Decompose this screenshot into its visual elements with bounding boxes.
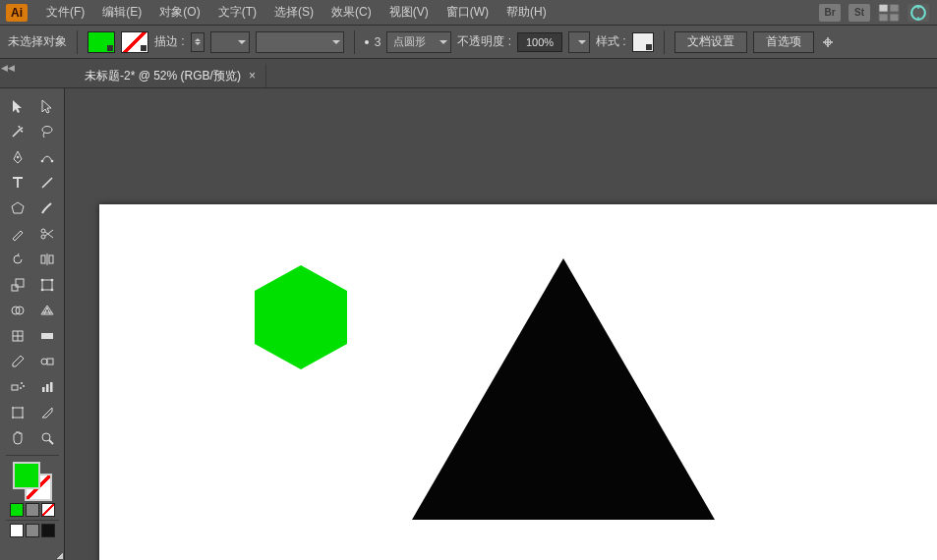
svg-rect-19 (42, 280, 52, 290)
symbol-sprayer-tool[interactable] (4, 375, 31, 399)
svg-point-23 (50, 289, 53, 292)
graphic-style-swatch[interactable] (632, 32, 654, 52)
preferences-button[interactable]: 首选项 (753, 31, 814, 53)
selection-status: 未选择对象 (8, 33, 67, 50)
hexagon-shape[interactable] (255, 265, 347, 369)
menu-window[interactable]: 窗口(W) (439, 1, 496, 24)
color-mode-gradient[interactable] (26, 503, 39, 517)
collapse-panels-icon[interactable]: ◀◀ (2, 61, 14, 75)
pen-tool[interactable] (4, 145, 31, 169)
draw-behind[interactable] (26, 524, 39, 537)
style-label: 样式 : (596, 33, 626, 50)
sync-settings-icon[interactable] (908, 4, 929, 22)
menu-edit[interactable]: 编辑(E) (95, 1, 148, 24)
app-logo: Ai (6, 4, 28, 22)
svg-rect-30 (47, 359, 53, 364)
color-mode-none[interactable] (41, 503, 55, 517)
polygon-tool[interactable] (4, 196, 31, 220)
direct-selection-tool[interactable] (33, 94, 61, 118)
stroke-label: 描边 : (154, 33, 185, 50)
svg-point-39 (42, 433, 50, 441)
column-graph-tool[interactable] (33, 375, 61, 399)
color-mode-row (10, 503, 55, 517)
svg-point-22 (40, 289, 43, 292)
menu-type[interactable]: 文字(T) (211, 1, 264, 24)
stroke-profile-dropdown[interactable] (256, 31, 344, 53)
artboard[interactable] (99, 204, 937, 560)
stroke-swatch[interactable] (121, 31, 148, 53)
svg-rect-17 (12, 285, 18, 291)
paintbrush-tool[interactable] (33, 196, 61, 220)
svg-point-9 (50, 160, 53, 163)
rotate-tool[interactable] (4, 248, 31, 271)
menu-select[interactable]: 选择(S) (267, 1, 321, 24)
pin-options-icon[interactable] (820, 34, 836, 50)
arrange-documents-icon[interactable] (878, 4, 900, 22)
artboard-tool[interactable] (4, 401, 31, 424)
curvature-tool[interactable] (33, 145, 61, 169)
svg-marker-42 (412, 258, 715, 520)
free-transform-tool[interactable] (33, 273, 61, 297)
pencil-tool[interactable] (4, 222, 31, 246)
mesh-tool[interactable] (4, 324, 31, 348)
magic-wand-tool[interactable] (4, 120, 31, 143)
svg-rect-27 (41, 333, 53, 339)
bullet-icon (365, 40, 369, 44)
lasso-tool[interactable] (33, 120, 61, 143)
hand-tool[interactable] (4, 426, 31, 450)
reflect-tool[interactable] (33, 248, 61, 271)
shape-builder-tool[interactable] (4, 299, 31, 322)
document-tab-strip: 未标题-2* @ 52% (RGB/预览) × (0, 59, 937, 88)
svg-point-13 (41, 235, 45, 239)
scissors-tool[interactable] (33, 222, 61, 246)
svg-point-33 (23, 385, 25, 387)
line-segment-tool[interactable] (33, 171, 61, 195)
close-tab-icon[interactable]: × (249, 69, 256, 83)
slice-tool[interactable] (33, 401, 61, 424)
bridge-icon[interactable]: Br (819, 4, 841, 22)
opacity-field[interactable]: 100% (517, 32, 562, 52)
svg-rect-36 (46, 384, 49, 392)
fill-swatch[interactable] (88, 31, 115, 53)
menu-effect[interactable]: 效果(C) (324, 1, 379, 24)
fill-color-proxy[interactable] (13, 462, 40, 489)
point-shape-dropdown[interactable]: 点圆形 (386, 31, 451, 53)
svg-point-34 (20, 387, 22, 389)
gradient-tool[interactable] (33, 324, 61, 348)
svg-point-21 (50, 279, 53, 282)
blend-tool[interactable] (33, 350, 61, 373)
menu-file[interactable]: 文件(F) (39, 1, 91, 24)
svg-rect-38 (13, 408, 23, 418)
menu-view[interactable]: 视图(V) (382, 1, 436, 24)
eyedropper-tool[interactable] (4, 350, 31, 373)
workspace[interactable] (65, 88, 937, 560)
stock-icon[interactable]: St (849, 4, 870, 22)
zoom-tool[interactable] (33, 426, 61, 450)
svg-rect-35 (42, 387, 45, 392)
svg-point-7 (16, 156, 18, 158)
svg-rect-2 (879, 14, 887, 21)
document-title: 未标题-2* @ 52% (RGB/预览) (85, 68, 241, 84)
menu-help[interactable]: 帮助(H) (499, 1, 554, 24)
draw-inside[interactable] (41, 524, 55, 537)
color-mode-color[interactable] (10, 503, 24, 517)
draw-normal[interactable] (10, 524, 24, 537)
fill-stroke-proxy[interactable] (13, 462, 52, 501)
document-setup-button[interactable]: 文档设置 (674, 31, 747, 53)
type-tool[interactable] (4, 171, 31, 195)
svg-line-40 (49, 440, 53, 444)
scale-tool[interactable] (4, 273, 31, 297)
stroke-weight-stepper[interactable] (191, 32, 205, 52)
tools-panel (0, 88, 65, 560)
selection-tool[interactable] (4, 94, 31, 118)
document-tab[interactable]: 未标题-2* @ 52% (RGB/预览) × (75, 64, 266, 87)
menu-object[interactable]: 对象(O) (152, 1, 206, 24)
opacity-dropdown[interactable] (568, 31, 590, 53)
triangle-shape[interactable] (412, 258, 715, 520)
perspective-grid-tool[interactable] (33, 299, 61, 322)
stroke-weight-dropdown[interactable] (210, 31, 250, 53)
options-bar: 未选择对象 描边 : 3 点圆形 不透明度 : 100% 样式 : 文档设置 首… (0, 26, 937, 59)
menu-bar: Ai 文件(F) 编辑(E) 对象(O) 文字(T) 选择(S) 效果(C) 视… (0, 0, 937, 26)
svg-rect-3 (890, 14, 898, 21)
opacity-label: 不透明度 : (457, 33, 511, 50)
